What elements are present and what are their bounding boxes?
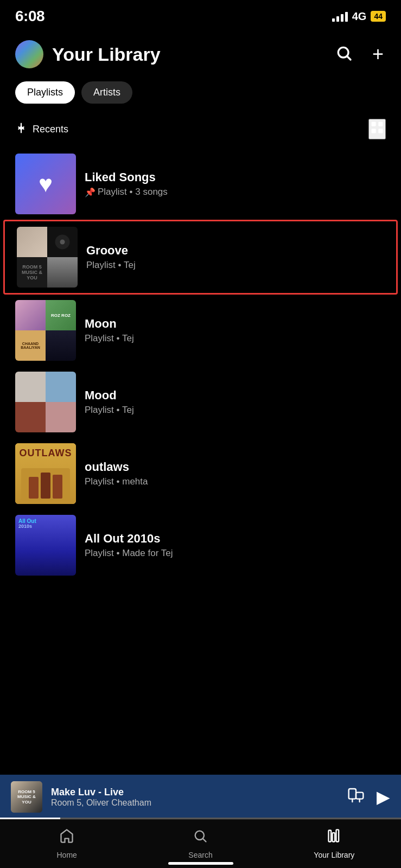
now-playing-play-btn[interactable]: ▶ xyxy=(377,787,390,807)
svg-line-1 xyxy=(347,56,351,60)
playlist-info: Moon Playlist • Tej xyxy=(85,317,386,344)
library-nav-icon xyxy=(327,828,342,847)
playlist-meta: Playlist • Tej xyxy=(85,333,386,344)
list-item[interactable]: ROOM 5MUSIC & YOU Groove Playlist • Tej xyxy=(3,220,398,295)
playlist-name: Liked Songs xyxy=(85,170,386,184)
nav-item-search[interactable]: Search xyxy=(133,823,267,865)
now-playing-info: Make Luv - Live Room 5, Oliver Cheatham xyxy=(51,787,339,808)
now-playing-actions: ▶ xyxy=(347,787,390,808)
bottom-nav: Home Search Your Library xyxy=(0,819,401,868)
add-button[interactable]: + xyxy=(370,42,386,66)
outlaws-thumbnail: OUTLAWS xyxy=(15,443,76,504)
status-bar: 6:08 4G 44 xyxy=(0,0,401,29)
home-icon xyxy=(59,828,74,847)
list-item[interactable]: OUTLAWS outlaws Playlist • mehta xyxy=(0,438,401,509)
sort-row: Recents xyxy=(0,114,401,148)
header-left: Your Library xyxy=(15,40,161,68)
playlist-meta: Playlist • Tej xyxy=(85,405,386,416)
playlist-meta: Playlist • mehta xyxy=(85,476,386,487)
chip-playlists[interactable]: Playlists xyxy=(15,81,75,104)
search-label: Search xyxy=(188,851,212,859)
svg-rect-16 xyxy=(328,831,331,842)
liked-songs-thumbnail: ♥ xyxy=(15,154,76,214)
list-item[interactable]: All Out 2010s All Out 2010s Playlist • M… xyxy=(0,509,401,581)
library-label: Your Library xyxy=(314,851,354,859)
svg-point-9 xyxy=(60,240,65,245)
battery-indicator: 44 xyxy=(371,11,386,22)
search-nav-icon xyxy=(193,828,208,847)
playlist-name: Groove xyxy=(86,244,384,258)
svg-rect-7 xyxy=(378,129,383,133)
svg-line-15 xyxy=(203,839,206,841)
signal-bars-icon xyxy=(332,11,348,22)
grid-view-button[interactable] xyxy=(368,119,386,139)
playlist-meta: 📌 Playlist • 3 songs xyxy=(85,187,386,197)
playlist-meta: Playlist • Tej xyxy=(86,260,384,271)
playlist-list: ♥ Liked Songs 📌 Playlist • 3 songs ROOM … xyxy=(0,148,401,586)
svg-rect-4 xyxy=(372,122,376,126)
mood-thumbnail xyxy=(15,372,76,432)
now-playing-bar[interactable]: ROOM 5MUSIC & YOU Make Luv - Live Room 5… xyxy=(0,775,401,819)
search-button[interactable] xyxy=(333,42,355,67)
moon-thumbnail: ROZ ROZ CHAANDBAALIYAN xyxy=(15,300,76,361)
playlist-info: Liked Songs 📌 Playlist • 3 songs xyxy=(85,170,386,197)
sort-arrows-icon xyxy=(15,122,27,137)
signal-4g-label: 4G xyxy=(352,10,367,23)
header-actions: + xyxy=(333,42,386,67)
page-title: Your Library xyxy=(52,44,161,65)
svg-rect-17 xyxy=(332,833,335,841)
status-time: 6:08 xyxy=(15,8,44,25)
heart-icon: ♥ xyxy=(39,170,53,197)
now-playing-title: Make Luv - Live xyxy=(51,787,339,798)
nav-item-home[interactable]: Home xyxy=(0,823,133,865)
status-icons: 4G 44 xyxy=(332,10,386,23)
list-item[interactable]: ROZ ROZ CHAANDBAALIYAN Moon Playlist • T… xyxy=(0,295,401,366)
bottom-spacer xyxy=(0,586,401,695)
svg-rect-6 xyxy=(372,129,376,133)
nav-item-library[interactable]: Your Library xyxy=(268,823,401,865)
home-label: Home xyxy=(56,851,77,859)
avatar[interactable] xyxy=(15,40,43,68)
playlist-info: Groove Playlist • Tej xyxy=(86,244,384,271)
pin-icon: 📌 xyxy=(85,187,96,197)
list-item[interactable]: Mood Playlist • Tej xyxy=(0,366,401,438)
svg-rect-11 xyxy=(356,792,363,799)
sort-left[interactable]: Recents xyxy=(15,122,68,137)
playlist-name: Mood xyxy=(85,388,386,403)
svg-rect-18 xyxy=(336,829,339,841)
playlist-meta: Playlist • Made for Tej xyxy=(85,548,386,559)
now-playing-thumbnail: ROOM 5MUSIC & YOU xyxy=(11,781,42,813)
now-playing-artist: Room 5, Oliver Cheatham xyxy=(51,798,339,808)
chip-artists[interactable]: Artists xyxy=(81,81,132,104)
filter-row: Playlists Artists xyxy=(0,77,401,114)
allout-thumbnail: All Out 2010s xyxy=(15,515,76,576)
playlist-info: Mood Playlist • Tej xyxy=(85,388,386,416)
playlist-name: Moon xyxy=(85,317,386,331)
svg-point-14 xyxy=(195,831,204,840)
list-item[interactable]: ♥ Liked Songs 📌 Playlist • 3 songs xyxy=(0,148,401,220)
home-indicator xyxy=(168,862,233,865)
playlist-info: outlaws Playlist • mehta xyxy=(85,460,386,487)
svg-rect-5 xyxy=(378,122,383,126)
playlist-info: All Out 2010s Playlist • Made for Tej xyxy=(85,532,386,559)
playlist-name: outlaws xyxy=(85,460,386,474)
groove-thumbnail: ROOM 5MUSIC & YOU xyxy=(17,227,78,288)
now-playing-device-btn[interactable] xyxy=(347,787,365,808)
header: Your Library + xyxy=(0,29,401,77)
svg-rect-10 xyxy=(349,789,356,799)
playlist-name: All Out 2010s xyxy=(85,532,386,546)
sort-label: Recents xyxy=(33,124,68,135)
